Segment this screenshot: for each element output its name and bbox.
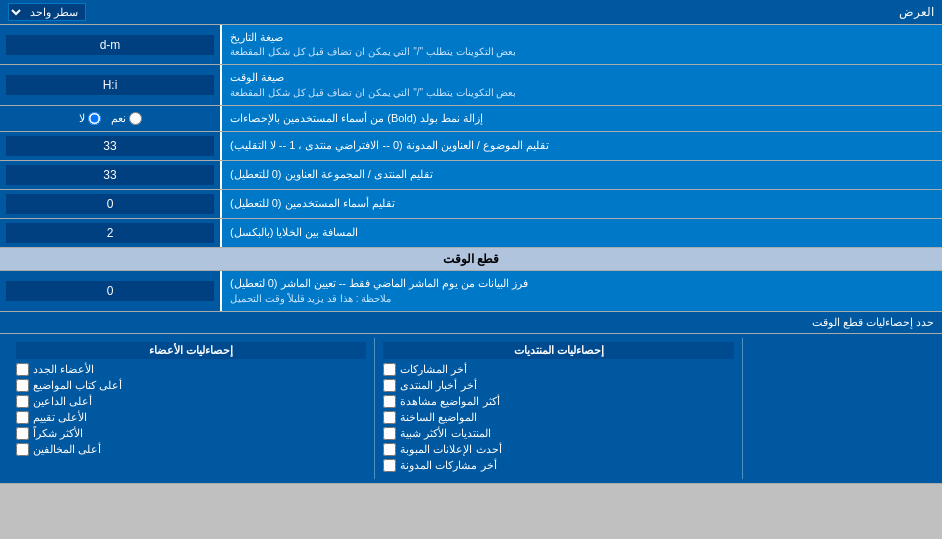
cutoff-row: فرز البيانات من يوم الماشر الماضي فقط --… (0, 271, 942, 311)
limit-row: حدد إحصاءليات قطع الوقت (0, 312, 942, 334)
usernames-row: تقليم أسماء المستخدمين (0 للتعطيل) (0, 190, 942, 219)
time-format-label: صيغة الوقت بعض التكوينات يتطلب "/" التي … (220, 65, 942, 104)
cb-last-blog-posts[interactable] (383, 459, 396, 472)
date-format-label: صيغة التاريخ بعض التكوينات يتطلب "/" الت… (220, 25, 942, 64)
cb-top-infractors[interactable] (16, 443, 29, 456)
forum-titles-row: تقليم المنتدى / المجموعة العناوين (0 للت… (0, 161, 942, 190)
checkbox-item: أعلى كتاب المواضيع (16, 379, 366, 392)
section-header: قطع الوقت (0, 248, 942, 271)
page-title: العرض (899, 5, 934, 19)
checkbox-item: الأكثر شكراً (16, 427, 366, 440)
time-format-input[interactable] (6, 75, 214, 95)
checkbox-item: أحدث الإعلانات المبوبة (383, 443, 733, 456)
bold-no-label[interactable]: لا (79, 112, 101, 125)
bold-yes-label[interactable]: نعم (111, 112, 142, 125)
display-select[interactable]: سطر واحد سطرين ثلاثة أسطر (8, 3, 86, 21)
cutoff-label: فرز البيانات من يوم الماشر الماضي فقط --… (220, 271, 942, 310)
cb-top-rated[interactable] (16, 411, 29, 424)
gap-cells-input[interactable] (6, 223, 214, 243)
gap-cells-input-cell (0, 219, 220, 247)
usernames-input[interactable] (6, 194, 214, 214)
topics-titles-input-cell (0, 132, 220, 160)
cb-most-thanked[interactable] (16, 427, 29, 440)
usernames-label: تقليم أسماء المستخدمين (0 للتعطيل) (220, 190, 942, 218)
gap-cells-row: المسافة بين الخلايا (بالبكسل) (0, 219, 942, 248)
checkboxes-section: إحصاءليات المنتديات أخر المشاركات أخر أخ… (0, 334, 942, 484)
cb-hot-topics[interactable] (383, 411, 396, 424)
checkbox-item: المواضيع الساخنة (383, 411, 733, 424)
checkbox-item: أخر المشاركات (383, 363, 733, 376)
checkbox-item: أكثر المواضيع مشاهدة (383, 395, 733, 408)
bold-yes-radio[interactable] (129, 112, 142, 125)
time-format-input-cell (0, 65, 220, 104)
bold-radio-row: إزالة نمط بولد (Bold) من أسماء المستخدمي… (0, 106, 942, 132)
bold-no-radio[interactable] (88, 112, 101, 125)
date-format-input-cell (0, 25, 220, 64)
cb-popular-forums[interactable] (383, 427, 396, 440)
cb-last-posts[interactable] (383, 363, 396, 376)
checkbox-item: الأعلى تقييم (16, 411, 366, 424)
time-format-row: صيغة الوقت بعض التكوينات يتطلب "/" التي … (0, 65, 942, 105)
bold-label: إزالة نمط بولد (Bold) من أسماء المستخدمي… (220, 106, 942, 131)
col-empty (742, 338, 934, 479)
cb-top-referrers[interactable] (16, 395, 29, 408)
forum-stats-title: إحصاءليات المنتديات (383, 342, 733, 359)
cb-most-viewed[interactable] (383, 395, 396, 408)
checkbox-item: أعلى الداعين (16, 395, 366, 408)
top-row: العرض سطر واحد سطرين ثلاثة أسطر (0, 0, 942, 25)
cb-new-members[interactable] (16, 363, 29, 376)
bold-radio-cell: نعم لا (0, 106, 220, 131)
date-format-input[interactable] (6, 35, 214, 55)
checkbox-item: أخر مشاركات المدونة (383, 459, 733, 472)
checkbox-item: أخر أخبار المنتدى (383, 379, 733, 392)
date-format-row: صيغة التاريخ بعض التكوينات يتطلب "/" الت… (0, 25, 942, 65)
col-member-stats: إحصاءليات الأعضاء الأعضاء الجدد أعلى كتا… (8, 338, 374, 479)
forum-titles-input-cell (0, 161, 220, 189)
checkboxes-grid: إحصاءليات المنتديات أخر المشاركات أخر أخ… (8, 338, 934, 479)
limit-label: حدد إحصاءليات قطع الوقت (8, 316, 934, 329)
checkbox-item: المنتديات الأكثر شبية (383, 427, 733, 440)
gap-cells-label: المسافة بين الخلايا (بالبكسل) (220, 219, 942, 247)
checkbox-item: أعلى المخالفين (16, 443, 366, 456)
cb-top-posters[interactable] (16, 379, 29, 392)
main-container: العرض سطر واحد سطرين ثلاثة أسطر صيغة الت… (0, 0, 942, 484)
col-forum-stats: إحصاءليات المنتديات أخر المشاركات أخر أخ… (374, 338, 741, 479)
usernames-input-cell (0, 190, 220, 218)
cutoff-input-cell (0, 271, 220, 310)
member-stats-title: إحصاءليات الأعضاء (16, 342, 366, 359)
cb-latest-classified[interactable] (383, 443, 396, 456)
forum-titles-input[interactable] (6, 165, 214, 185)
topics-titles-label: تقليم الموضوع / العناوين المدونة (0 -- ا… (220, 132, 942, 160)
topics-titles-row: تقليم الموضوع / العناوين المدونة (0 -- ا… (0, 132, 942, 161)
checkbox-item: الأعضاء الجدد (16, 363, 366, 376)
forum-titles-label: تقليم المنتدى / المجموعة العناوين (0 للت… (220, 161, 942, 189)
cb-last-news[interactable] (383, 379, 396, 392)
cutoff-input[interactable] (6, 281, 214, 301)
topics-titles-input[interactable] (6, 136, 214, 156)
